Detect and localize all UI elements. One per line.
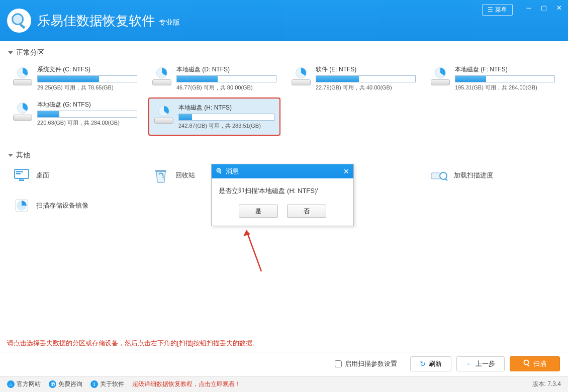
desktop-label: 桌面 (36, 171, 49, 180)
minimize-button[interactable]: ─ (525, 4, 533, 12)
drive-name: 本地磁盘 (G: NTFS) (37, 101, 137, 109)
menu-button[interactable]: ☰ 菜单 (482, 4, 513, 16)
recycle-icon (152, 167, 169, 184)
about-label: 关于软件 (100, 380, 124, 388)
drive-stat: 242.87(GB) 可用，共 283.51(GB) (178, 122, 274, 130)
svg-point-16 (524, 360, 529, 365)
scan-params-label: 启用扫描参数设置 (345, 359, 397, 368)
drive-usage-bar (37, 111, 137, 118)
annotation-arrow (226, 221, 276, 281)
menu-label: 菜单 (495, 6, 507, 14)
drive-item[interactable]: 本地磁盘 (H: NTFS)242.87(GB) 可用，共 283.51(GB) (148, 97, 280, 136)
drive-icon (152, 68, 172, 85)
other-title: 其他 (16, 151, 30, 160)
svg-rect-7 (155, 170, 166, 172)
consult-link[interactable]: ✆免费咨询 (49, 380, 82, 388)
scan-button[interactable]: 扫描 (510, 356, 560, 371)
drive-name: 本地磁盘 (H: NTFS) (178, 104, 274, 112)
load-progress-item[interactable]: 加载扫描进度 (427, 165, 559, 186)
drive-usage-bar (316, 75, 416, 82)
version-text: 版本: 7.3.4 (532, 380, 561, 388)
drive-stat: 22.79(GB) 可用，共 40.00(GB) (316, 84, 416, 91)
official-site-link[interactable]: ⌂官方网站 (7, 380, 41, 388)
scan-params-input[interactable] (335, 360, 342, 367)
prev-label: 上一步 (476, 359, 495, 368)
load-progress-label: 加载扫描进度 (454, 171, 493, 180)
drive-item[interactable]: 本地磁盘 (F: NTFS)195.31(GB) 可用，共 284.00(GB) (427, 62, 559, 94)
dialog-yes-button[interactable]: 是 (239, 205, 278, 218)
svg-point-12 (217, 168, 221, 172)
svg-rect-8 (431, 173, 440, 179)
drive-stat: 29.25(GB) 可用，共 78.65(GB) (37, 84, 137, 91)
scan-params-checkbox[interactable]: 启用扫描参数设置 (335, 359, 397, 368)
about-link[interactable]: i关于软件 (90, 380, 124, 388)
drive-icon (154, 107, 174, 124)
drive-icon (292, 68, 312, 85)
refresh-icon: ↻ (420, 360, 426, 368)
version-label: 版本: (532, 380, 546, 387)
bottom-toolbar: 启用扫描参数设置 ↻ 刷新 ← 上一步 扫描 (0, 352, 568, 375)
official-site-label: 官方网站 (17, 380, 41, 388)
desktop-icon (13, 167, 30, 184)
drive-stat: 195.31(GB) 可用，共 284.00(GB) (455, 84, 555, 91)
status-bar: ⌂官方网站 ✆免费咨询 i关于软件 超级详细数据恢复教程，点击立即观看！ 版本:… (0, 376, 568, 392)
dialog-icon (216, 167, 223, 176)
refresh-button[interactable]: ↻ 刷新 (410, 356, 451, 371)
chat-icon: ✆ (49, 380, 56, 388)
dialog-title: 消息 (226, 167, 239, 176)
drive-usage-bar (178, 114, 274, 121)
version-value: 7.3.4 (547, 380, 561, 387)
prev-button[interactable]: ← 上一步 (456, 356, 505, 371)
desktop-item[interactable]: 桌面 (9, 165, 141, 186)
svg-rect-4 (16, 173, 21, 174)
drive-icon (13, 104, 33, 121)
maximize-button[interactable]: ▢ (540, 4, 548, 12)
drive-name: 本地磁盘 (D: NTFS) (176, 65, 276, 74)
search-icon (523, 359, 530, 368)
drive-item[interactable]: 本地磁盘 (D: NTFS)46.77(GB) 可用，共 80.00(GB) (148, 62, 280, 94)
dialog-message: 是否立即扫描'本地磁盘 (H: NTFS)' (212, 178, 353, 205)
svg-rect-1 (20, 24, 26, 29)
svg-rect-3 (16, 171, 21, 172)
partitions-header: 正常分区 (9, 48, 559, 57)
menu-icon: ☰ (488, 7, 493, 14)
collapse-icon[interactable] (8, 51, 13, 54)
svg-line-14 (246, 230, 261, 271)
drive-usage-bar (176, 75, 276, 82)
app-header: 乐易佳数据恢复软件 专业版 ☰ 菜单 ─ ▢ ✕ (0, 0, 568, 41)
drive-icon (13, 68, 33, 85)
drive-item[interactable]: 软件 (E: NTFS)22.79(GB) 可用，共 40.00(GB) (288, 62, 420, 94)
partitions-title: 正常分区 (16, 48, 44, 57)
arrow-left-icon: ← (466, 360, 472, 367)
drive-name: 软件 (E: NTFS) (316, 65, 416, 74)
dialog-titlebar: 消息 ✕ (212, 164, 353, 178)
load-progress-icon (431, 167, 448, 184)
drive-usage-bar (37, 75, 137, 82)
drive-item[interactable]: 系统文件 (C: NTFS)29.25(GB) 可用，共 78.65(GB) (9, 62, 141, 94)
collapse-icon[interactable] (8, 154, 13, 157)
app-title: 乐易佳数据恢复软件 (37, 12, 155, 30)
svg-rect-5 (21, 171, 23, 172)
other-header: 其他 (9, 151, 559, 160)
home-icon: ⌂ (7, 380, 15, 388)
refresh-label: 刷新 (429, 359, 442, 368)
drive-item[interactable]: 本地磁盘 (G: NTFS)220.63(GB) 可用，共 284.00(GB) (9, 97, 141, 136)
dialog-no-button[interactable]: 否 (287, 205, 326, 218)
app-logo-icon (7, 9, 31, 33)
drive-stat: 46.77(GB) 可用，共 80.00(GB) (176, 84, 276, 91)
drive-icon (431, 68, 451, 85)
drive-usage-bar (455, 75, 555, 82)
window-controls: ─ ▢ ✕ (525, 4, 563, 12)
app-subtitle: 专业版 (159, 18, 180, 27)
close-button[interactable]: ✕ (555, 4, 563, 12)
svg-point-9 (440, 172, 447, 179)
recycle-label: 回收站 (175, 171, 195, 180)
dialog-close-button[interactable]: ✕ (343, 167, 349, 175)
drive-grid: 系统文件 (C: NTFS)29.25(GB) 可用，共 78.65(GB)本地… (9, 62, 559, 136)
image-scan-item[interactable]: 扫描存储设备镜像 (9, 195, 141, 216)
hint-text: 请点击选择丢失数据的分区或存储设备，然后点击右下角的[扫描]按钮扫描丢失的数据。 (7, 339, 259, 348)
tutorial-link[interactable]: 超级详细数据恢复教程，点击立即观看！ (132, 380, 241, 388)
drive-stat: 220.63(GB) 可用，共 284.00(GB) (37, 119, 137, 127)
svg-marker-15 (243, 230, 250, 236)
svg-rect-6 (19, 179, 24, 181)
